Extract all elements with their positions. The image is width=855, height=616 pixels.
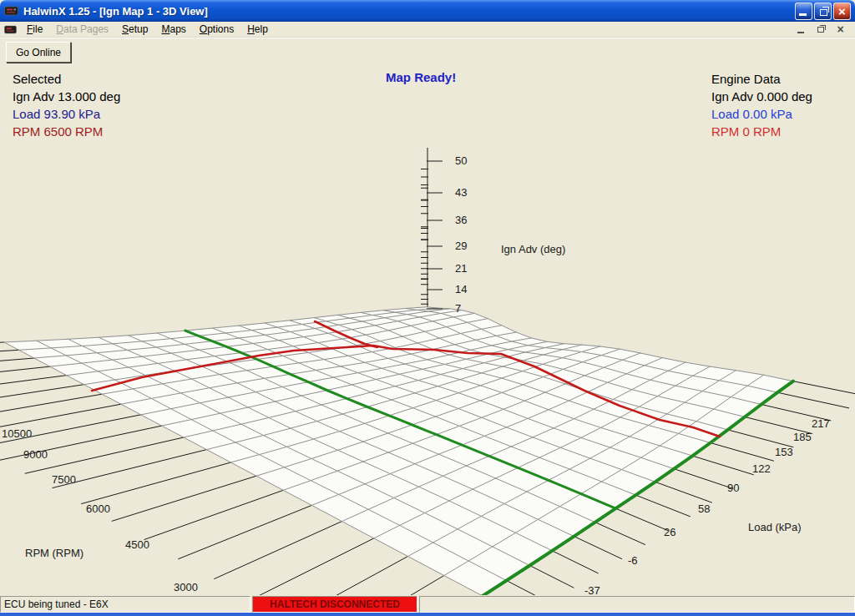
load-axis-tick	[711, 442, 774, 461]
status-empty-panel	[419, 596, 855, 613]
load-axis-tick	[574, 537, 622, 559]
load-axis-tick	[615, 508, 668, 530]
load-axis-tick	[507, 581, 549, 595]
load-axis-tick	[728, 430, 794, 447]
rpm-axis-tick	[25, 437, 184, 473]
rpm-axis-tick	[0, 394, 102, 424]
rpm-axis-tick	[0, 426, 162, 460]
load-axis-tick	[635, 495, 690, 517]
rpm-axis-tick	[144, 490, 283, 539]
rpm-axis-tick	[112, 476, 256, 521]
rpm-axis-tick	[0, 385, 84, 412]
status-bar: ECU being tuned - E6X HALTECH DISCONNECT…	[0, 596, 855, 613]
rpm-axis-tick	[81, 462, 230, 504]
rpm-axis-tick	[178, 505, 311, 558]
window-bottom-border	[0, 613, 855, 616]
load-axis-tick	[777, 392, 849, 408]
rpm-axis-tick	[0, 415, 141, 448]
load-axis-tick	[745, 417, 812, 433]
rpm-axis-tick	[252, 538, 374, 595]
status-ecu-text: ECU being tuned - E6X	[0, 596, 250, 613]
load-axis-tick	[692, 456, 753, 475]
load-axis-tick	[761, 405, 831, 421]
load-axis-tick	[552, 551, 598, 573]
rpm-axis-tick	[291, 557, 407, 596]
ign-map-3d-view[interactable]	[0, 0, 855, 595]
load-axis-tick	[674, 469, 733, 489]
rpm-axis-tick	[214, 522, 341, 579]
status-haltech-alert: HALTECH DISCONNECTED	[252, 596, 417, 613]
rpm-axis-tick	[333, 575, 444, 595]
rpm-axis-tick	[0, 342, 4, 351]
rpm-axis-tick	[53, 450, 207, 488]
rpm-axis-tick	[0, 404, 121, 436]
load-axis-tick	[793, 381, 855, 396]
load-axis-tick	[655, 482, 712, 502]
load-axis-tick	[529, 565, 574, 588]
load-axis-tick	[595, 523, 645, 545]
